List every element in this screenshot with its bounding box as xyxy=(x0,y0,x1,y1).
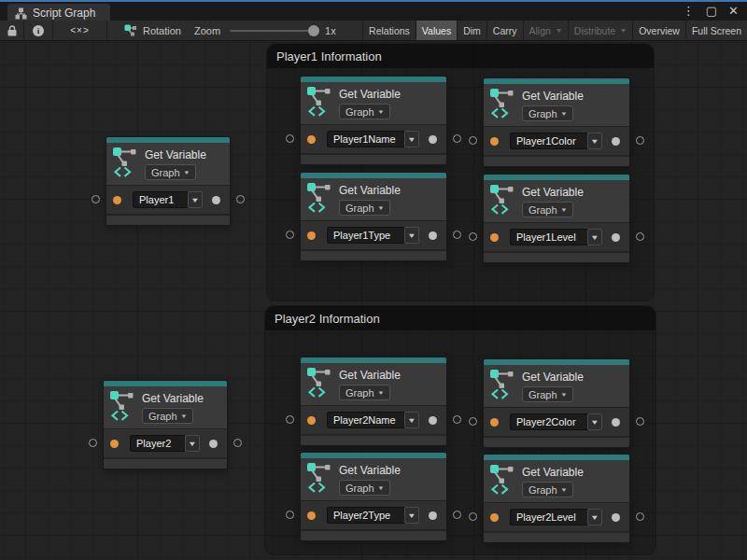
node-header[interactable]: Get Variable Graph ▼ xyxy=(301,363,446,405)
node-get-variable[interactable]: Get Variable Graph ▼ Player2Name ▼ xyxy=(301,357,446,445)
node-header[interactable]: Get Variable Graph ▼ xyxy=(484,365,629,407)
maximize-icon[interactable]: ▢ xyxy=(706,4,717,19)
output-port[interactable] xyxy=(453,415,461,424)
zoom-slider-handle[interactable] xyxy=(308,25,319,36)
graph-scope-dropdown[interactable]: Graph ▼ xyxy=(522,386,573,402)
variable-dropdown-button[interactable]: ▼ xyxy=(404,227,419,244)
node-header[interactable]: Get Variable Graph ▼ xyxy=(484,460,629,502)
output-port[interactable] xyxy=(636,232,644,241)
variable-dropdown[interactable]: Player1Type ▼ xyxy=(327,227,419,244)
carry-button[interactable]: Carry xyxy=(486,21,523,40)
input-port[interactable] xyxy=(286,134,294,143)
output-value-icon[interactable] xyxy=(212,196,220,204)
graph-scope-dropdown[interactable]: Graph ▼ xyxy=(339,480,390,496)
variable-dropdown[interactable]: Player2Level ▼ xyxy=(510,509,602,525)
output-port[interactable] xyxy=(453,511,461,519)
node-header[interactable]: Get Variable Graph ▼ xyxy=(484,84,629,126)
value-port-icon[interactable] xyxy=(490,513,499,522)
variable-dropdown[interactable]: Player1Level ▼ xyxy=(510,229,602,245)
node-header[interactable]: Get Variable Graph ▼ xyxy=(301,458,446,500)
variable-dropdown[interactable]: Player1 ▼ xyxy=(133,191,203,208)
variable-dropdown-button[interactable]: ▼ xyxy=(188,191,203,208)
graph-scope-dropdown[interactable]: Graph ▼ xyxy=(142,408,193,424)
graph-scope-dropdown[interactable]: Graph ▼ xyxy=(522,482,573,497)
output-value-icon[interactable] xyxy=(209,440,218,448)
value-port-icon[interactable] xyxy=(490,233,499,242)
dim-button[interactable]: Dim xyxy=(457,21,486,40)
variable-dropdown-button[interactable]: ▼ xyxy=(587,509,602,525)
graph-scope-dropdown[interactable]: Graph ▼ xyxy=(339,200,390,216)
lock-button[interactable] xyxy=(0,21,24,40)
node-get-variable[interactable]: Get Variable Graph ▼ Player1Color ▼ xyxy=(484,78,629,166)
input-port[interactable] xyxy=(469,417,477,426)
output-port[interactable] xyxy=(636,136,644,145)
values-button[interactable]: Values xyxy=(416,21,457,40)
variable-dropdown-button[interactable]: ▼ xyxy=(587,229,602,245)
variable-dropdown-button[interactable]: ▼ xyxy=(587,413,602,430)
input-port[interactable] xyxy=(469,232,477,241)
node-get-variable[interactable]: Get Variable Graph ▼ Player1Name ▼ xyxy=(301,77,446,164)
align-button[interactable]: Align▼ xyxy=(523,21,568,40)
output-value-icon[interactable] xyxy=(612,233,620,242)
overview-button[interactable]: Overview xyxy=(632,21,685,40)
variable-dropdown[interactable]: Player2Name ▼ xyxy=(327,412,419,428)
variable-dropdown[interactable]: Player2Type ▼ xyxy=(327,507,419,524)
output-value-icon[interactable] xyxy=(429,231,437,240)
graph-scope-dropdown[interactable]: Graph ▼ xyxy=(339,385,390,400)
value-port-icon[interactable] xyxy=(110,440,119,448)
info-button[interactable]: i xyxy=(24,21,53,40)
value-port-icon[interactable] xyxy=(307,511,316,520)
node-get-variable[interactable]: Get Variable Graph ▼ Player1 ▼ xyxy=(106,137,230,225)
fullscreen-button[interactable]: Full Screen xyxy=(685,21,747,40)
relations-button[interactable]: Relations xyxy=(362,21,416,40)
node-header[interactable]: Get Variable Graph ▼ xyxy=(484,180,629,222)
graph-scope-dropdown[interactable]: Graph ▼ xyxy=(522,105,573,121)
edit-graph-button[interactable]: <×> xyxy=(53,21,107,40)
variable-dropdown-button[interactable]: ▼ xyxy=(185,435,200,452)
input-port[interactable] xyxy=(286,415,294,424)
node-header[interactable]: Get Variable Graph ▼ xyxy=(106,143,230,185)
group-header[interactable]: Player2 Information xyxy=(265,306,655,330)
window-menu-icon[interactable]: ⋮ xyxy=(683,4,695,19)
node-get-variable[interactable]: Get Variable Graph ▼ Player2Type ▼ xyxy=(301,453,446,540)
graph-canvas[interactable]: Player1 Information Player2 Information … xyxy=(0,41,747,560)
input-port[interactable] xyxy=(89,439,97,447)
node-get-variable[interactable]: Get Variable Graph ▼ Player1Level ▼ xyxy=(484,175,629,262)
node-get-variable[interactable]: Get Variable Graph ▼ Player2Color ▼ xyxy=(484,359,629,447)
node-get-variable[interactable]: Get Variable Graph ▼ Player2 ▼ xyxy=(104,381,227,469)
variable-dropdown-button[interactable]: ▼ xyxy=(587,133,602,149)
node-get-variable[interactable]: Get Variable Graph ▼ Player1Type ▼ xyxy=(301,173,446,260)
group-header[interactable]: Player1 Information xyxy=(267,44,654,68)
value-port-icon[interactable] xyxy=(307,416,316,425)
input-port[interactable] xyxy=(469,512,477,521)
output-value-icon[interactable] xyxy=(612,137,620,146)
output-port[interactable] xyxy=(636,417,644,426)
tab-script-graph[interactable]: Script Graph xyxy=(7,4,110,22)
input-port[interactable] xyxy=(92,195,100,203)
input-port[interactable] xyxy=(286,511,294,519)
value-port-icon[interactable] xyxy=(490,137,499,146)
output-value-icon[interactable] xyxy=(429,416,437,425)
variable-dropdown[interactable]: Player1Color ▼ xyxy=(510,133,602,149)
input-port[interactable] xyxy=(469,136,477,145)
node-header[interactable]: Get Variable Graph ▼ xyxy=(301,82,446,124)
variable-dropdown[interactable]: Player2 ▼ xyxy=(130,435,200,452)
distribute-button[interactable]: Distribute▼ xyxy=(568,21,632,40)
zoom-slider[interactable] xyxy=(230,30,316,32)
output-value-icon[interactable] xyxy=(612,418,620,427)
node-header[interactable]: Get Variable Graph ▼ xyxy=(301,178,446,220)
rotation-control[interactable]: Rotation xyxy=(124,21,181,40)
value-port-icon[interactable] xyxy=(490,418,499,427)
variable-dropdown[interactable]: Player2Color ▼ xyxy=(510,413,602,430)
close-icon[interactable]: ✕ xyxy=(728,4,739,19)
output-port[interactable] xyxy=(636,512,644,521)
output-port[interactable] xyxy=(236,195,245,203)
node-header[interactable]: Get Variable Graph ▼ xyxy=(104,386,227,428)
output-port[interactable] xyxy=(453,231,461,239)
variable-dropdown-button[interactable]: ▼ xyxy=(404,412,419,428)
variable-dropdown[interactable]: Player1Name ▼ xyxy=(327,131,419,147)
graph-scope-dropdown[interactable]: Graph ▼ xyxy=(522,202,573,217)
value-port-icon[interactable] xyxy=(113,196,121,204)
output-value-icon[interactable] xyxy=(429,135,437,144)
output-value-icon[interactable] xyxy=(429,511,437,520)
